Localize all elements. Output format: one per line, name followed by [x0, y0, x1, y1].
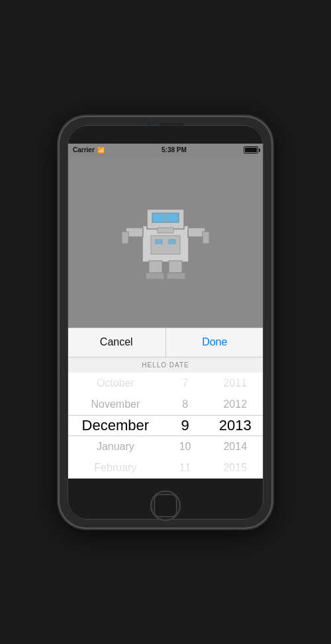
svg-rect-6	[151, 236, 180, 254]
year-item-2011[interactable]: 2011	[207, 373, 264, 394]
hello-date-bar: HELLO DATE	[68, 357, 263, 373]
day-item-11[interactable]: 11	[164, 457, 207, 479]
robot-illustration	[119, 203, 212, 282]
svg-rect-12	[203, 232, 209, 244]
carrier-label: Carrier	[73, 146, 95, 154]
svg-rect-14	[169, 261, 182, 274]
date-picker[interactable]: October November December January Februa…	[68, 373, 263, 479]
svg-rect-5	[158, 228, 173, 233]
status-right	[244, 146, 258, 154]
month-item-november[interactable]: November	[68, 394, 164, 415]
wifi-icon: 📶	[97, 147, 105, 154]
phone-top-hardware	[146, 117, 185, 126]
month-item-december[interactable]: December	[68, 415, 164, 436]
year-column[interactable]: 2011 2012 2013 2014 2015	[207, 373, 264, 479]
status-left: Carrier 📶	[73, 146, 105, 154]
svg-rect-10	[122, 232, 128, 244]
month-item-february[interactable]: February	[68, 457, 164, 479]
hello-date-label: HELLO DATE	[142, 361, 189, 369]
status-time: 5:38 PM	[162, 146, 187, 154]
home-button-inner	[154, 494, 177, 517]
cancel-button[interactable]: Cancel	[68, 328, 166, 357]
phone-frame: Carrier 📶 5:38 PM	[60, 117, 271, 528]
month-item-october[interactable]: October	[68, 373, 164, 394]
done-button[interactable]: Done	[166, 328, 264, 357]
status-bar: Carrier 📶 5:38 PM	[68, 144, 263, 157]
phone-inner: Carrier 📶 5:38 PM	[68, 125, 263, 520]
month-item-january[interactable]: January	[68, 436, 164, 457]
day-item-7[interactable]: 7	[164, 373, 207, 394]
speaker	[158, 122, 185, 126]
svg-rect-16	[167, 273, 185, 279]
svg-rect-8	[168, 239, 176, 244]
battery-icon	[244, 146, 258, 154]
year-item-2014[interactable]: 2014	[207, 436, 264, 457]
camera	[146, 121, 152, 126]
month-column[interactable]: October November December January Februa…	[68, 373, 164, 479]
day-item-8[interactable]: 8	[164, 394, 207, 415]
year-item-2015[interactable]: 2015	[207, 457, 264, 479]
svg-rect-7	[155, 239, 163, 244]
svg-rect-13	[149, 261, 162, 274]
svg-rect-4	[168, 214, 177, 221]
battery-fill	[245, 148, 257, 152]
year-item-2013[interactable]: 2013	[207, 415, 264, 436]
day-item-9[interactable]: 9	[164, 415, 207, 436]
svg-rect-15	[146, 273, 164, 279]
home-button[interactable]	[150, 490, 181, 521]
day-column[interactable]: 7 8 9 10 11	[164, 373, 207, 479]
year-item-2012[interactable]: 2012	[207, 394, 264, 415]
day-item-10[interactable]: 10	[164, 436, 207, 457]
app-content	[68, 157, 263, 328]
screen: Carrier 📶 5:38 PM	[68, 144, 263, 479]
action-bar: Cancel Done	[68, 328, 263, 357]
svg-rect-3	[154, 214, 163, 221]
